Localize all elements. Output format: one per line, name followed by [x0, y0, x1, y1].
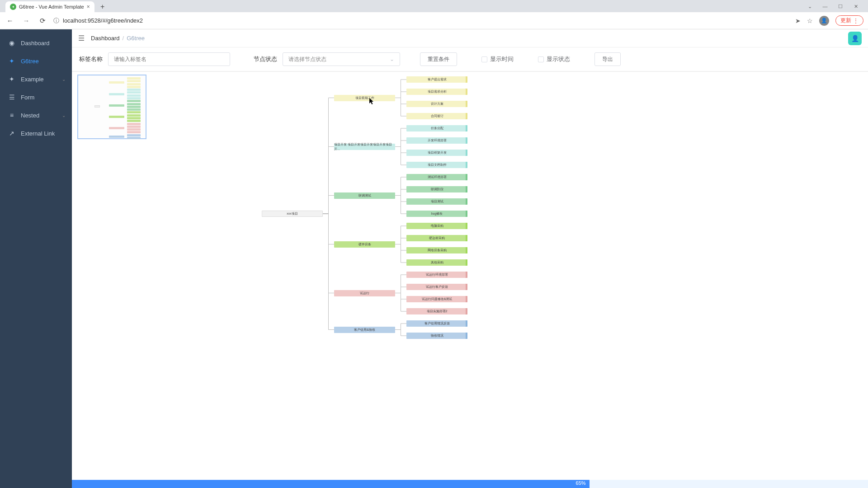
tree-leaf-node[interactable]: 任务分配	[406, 125, 467, 131]
filter-label-name: 标签名称	[79, 55, 103, 63]
site-info-icon[interactable]: ⓘ	[53, 17, 59, 25]
tree-category-node[interactable]: 联调测试	[334, 192, 395, 199]
topbar: ☰ Dashboard / G6tree 👤	[72, 29, 868, 47]
tree-leaf-node[interactable]: 项目测试	[406, 198, 467, 205]
tree-leaf-node[interactable]: 试运行问题修改&测试	[406, 296, 467, 302]
update-label: 更新	[840, 17, 851, 24]
sidebar-item-label: External Link	[21, 130, 55, 137]
maximize-icon[interactable]: ☐	[834, 2, 847, 11]
tree-leaf-node[interactable]: 试运行客户反馈	[406, 284, 467, 290]
tab-favicon-icon: ✦	[10, 4, 16, 10]
tree-leaf-node[interactable]: 开发环境部署	[406, 137, 467, 144]
tree-leaf-node[interactable]: 项目文档制作	[406, 162, 467, 168]
checkbox-icon	[538, 56, 544, 62]
close-window-icon[interactable]: ✕	[849, 2, 863, 11]
show-status-checkbox[interactable]: 显示状态	[538, 55, 570, 63]
checkbox-label: 显示状态	[547, 55, 570, 63]
sidebar-item-external[interactable]: ↗ External Link	[0, 124, 72, 142]
tree-leaf-node[interactable]: bug修改	[406, 211, 467, 217]
tree-root-node[interactable]: xxx项目	[262, 211, 323, 217]
breadcrumb-separator: /	[123, 35, 124, 42]
dashboard-icon: ◉	[8, 39, 15, 47]
reload-button[interactable]: ⟳	[37, 15, 48, 26]
tree-leaf-node[interactable]: 验收情况	[406, 333, 467, 339]
close-icon[interactable]: ×	[87, 4, 90, 10]
tree-category-node[interactable]: 项目开发 项目开发项目开发项目开发项目开...	[334, 144, 395, 150]
avatar[interactable]: 👤	[848, 32, 862, 45]
label-name-input[interactable]	[108, 52, 230, 66]
tree-category-node[interactable]: 项目前期工作	[334, 95, 395, 101]
form-icon: ☰	[8, 94, 15, 101]
chevron-down-icon: ⌄	[390, 56, 394, 62]
sidebar-item-label: Form	[21, 94, 34, 101]
chevron-down-icon[interactable]: ⌄	[803, 2, 816, 11]
sidebar-item-g6tree[interactable]: ✦ G6tree	[0, 52, 72, 70]
progress-label: 65%	[576, 480, 586, 486]
tree-leaf-node[interactable]: 联调阶段	[406, 186, 467, 192]
show-time-checkbox[interactable]: 显示时间	[481, 55, 514, 63]
export-button[interactable]: 导出	[594, 52, 621, 66]
tree-leaf-node[interactable]: 客户提出需求	[406, 76, 467, 83]
tree-leaf-node[interactable]: 客户使用情况反馈	[406, 320, 467, 327]
new-tab-button[interactable]: +	[97, 1, 108, 12]
profile-icon[interactable]: 👤	[819, 16, 829, 26]
tree-leaf-node[interactable]: 项目框架开发	[406, 150, 467, 156]
sidebar-item-label: Example	[21, 76, 44, 83]
tree-category-node[interactable]: 试运行	[334, 290, 395, 296]
tree-icon: ✦	[8, 57, 15, 65]
breadcrumb: Dashboard / G6tree	[91, 35, 145, 42]
tree-category-node[interactable]: 硬件设备	[334, 241, 395, 248]
more-icon: ⋮	[853, 18, 859, 24]
sidebar-item-form[interactable]: ☰ Form	[0, 88, 72, 106]
example-icon: ✦	[8, 75, 15, 83]
filter-bar: 标签名称 节点状态 请选择节点状态 ⌄ 重置条件 显示时间 显示状态 导出	[72, 47, 868, 72]
checkbox-icon	[481, 56, 487, 62]
nested-icon: ≡	[8, 112, 15, 119]
chevron-down-icon: ⌄	[62, 77, 66, 82]
status-placeholder: 请选择节点状态	[288, 56, 326, 63]
minimize-icon[interactable]: —	[818, 2, 832, 11]
tree-leaf-node[interactable]: 项目实施部署2	[406, 308, 467, 314]
checkbox-label: 显示时间	[490, 55, 514, 63]
sidebar-item-label: G6tree	[21, 58, 39, 65]
breadcrumb-root[interactable]: Dashboard	[91, 35, 120, 42]
tree-leaf-node[interactable]: 测试环境部署	[406, 174, 467, 180]
star-icon[interactable]: ☆	[807, 17, 813, 24]
tree-leaf-node[interactable]: 其他采购	[406, 259, 467, 266]
tree-leaf-node[interactable]: 网络设备采购	[406, 247, 467, 253]
sidebar-item-label: Nested	[21, 112, 39, 119]
tree-leaf-node[interactable]: 电脑采购	[406, 223, 467, 229]
address-bar[interactable]: ⓘ localhost:9528/#/g6tree/index2	[53, 17, 143, 25]
sidebar-item-nested[interactable]: ≡ Nested ⌄	[0, 106, 72, 124]
browser-tab[interactable]: ✦ G6tree - Vue Admin Template ×	[5, 1, 94, 12]
back-button[interactable]: ←	[5, 15, 15, 26]
filter-status-label: 节点状态	[254, 55, 277, 63]
browser-toolbar: ← → ⟳ ⓘ localhost:9528/#/g6tree/index2 ➤…	[0, 12, 868, 29]
tree-leaf-node[interactable]: 试运行环境部署	[406, 272, 467, 278]
tree-leaf-node[interactable]: 合同签订	[406, 113, 467, 119]
tree-leaf-node[interactable]: 设计方案	[406, 101, 467, 107]
send-icon[interactable]: ➤	[795, 17, 801, 24]
sidebar-item-example[interactable]: ✦ Example ⌄	[0, 70, 72, 88]
sidebar-item-label: Dashboard	[21, 40, 50, 47]
status-select[interactable]: 请选择节点状态 ⌄	[283, 52, 400, 66]
hamburger-icon[interactable]: ☰	[78, 34, 85, 42]
breadcrumb-current: G6tree	[127, 35, 145, 42]
update-button[interactable]: 更新 ⋮	[835, 15, 863, 26]
tab-title: G6tree - Vue Admin Template	[19, 4, 84, 9]
forward-button[interactable]: →	[21, 15, 32, 26]
sidebar: ◉ Dashboard ✦ G6tree ✦ Example ⌄ ☰ Form …	[0, 29, 72, 488]
app-root: ◉ Dashboard ✦ G6tree ✦ Example ⌄ ☰ Form …	[0, 29, 868, 488]
main-content: ☰ Dashboard / G6tree 👤 标签名称 节点状态 请选择节点状态…	[72, 29, 868, 488]
chevron-down-icon: ⌄	[62, 113, 66, 118]
sidebar-item-dashboard[interactable]: ◉ Dashboard	[0, 34, 72, 52]
tree-graph[interactable]: 客户提出需求项目需求分析设计方案合同签订项目前期工作任务分配开发环境部署项目框架…	[72, 72, 868, 480]
reset-button[interactable]: 重置条件	[420, 52, 457, 66]
tree-leaf-node[interactable]: 项目需求分析	[406, 89, 467, 95]
tree-leaf-node[interactable]: 硬边材采购	[406, 235, 467, 241]
tree-canvas[interactable]: 客户提出需求项目需求分析设计方案合同签订项目前期工作任务分配开发环境部署项目框架…	[72, 72, 868, 480]
tree-category-node[interactable]: 客户使用&验收	[334, 327, 395, 333]
browser-chrome: ✦ G6tree - Vue Admin Template × + ⌄ — ☐ …	[0, 0, 868, 12]
external-link-icon: ↗	[8, 130, 15, 137]
progress-bar: 65%	[72, 480, 868, 488]
